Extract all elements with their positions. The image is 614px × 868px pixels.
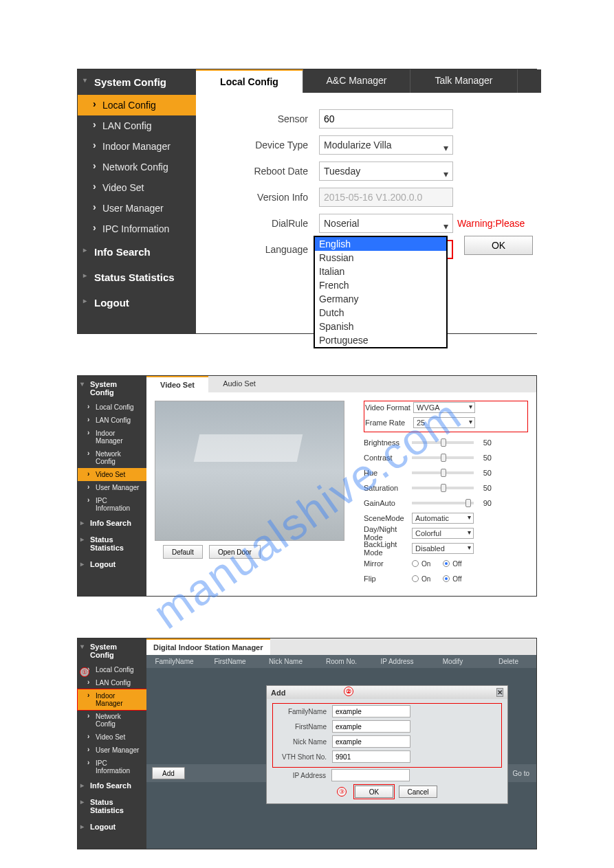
modal-cancel-button[interactable]: Cancel	[399, 786, 437, 798]
label-day-night: Day/Night Mode	[364, 525, 412, 542]
sidebar-item-video-set[interactable]: Video Set	[78, 177, 196, 198]
sidebar-item-network-config[interactable]: Network Config	[78, 710, 146, 731]
label-backlight: BackLight Mode	[364, 540, 412, 557]
value-brightness: 50	[478, 438, 492, 447]
sidebar-item-user-manager[interactable]: User Manager	[78, 744, 146, 757]
lang-option-dutch[interactable]: Dutch	[315, 306, 446, 320]
tab-digital-indoor[interactable]: Digital Indoor Station Manager	[146, 638, 270, 655]
sidebar-group-status-statistics[interactable]: Status Statistics	[78, 531, 146, 556]
sidebar: System Config Local Config LAN Config In…	[78, 69, 196, 333]
tab-audio-set[interactable]: Audio Set	[208, 376, 270, 392]
modal-title: Add	[271, 689, 285, 697]
sidebar-item-indoor-manager[interactable]: Indoor Manager	[78, 427, 146, 447]
lang-option-portuguese[interactable]: Portuguese	[315, 333, 446, 347]
sidebar-item-video-set[interactable]: Video Set	[78, 468, 146, 481]
value-gain-auto: 90	[478, 499, 492, 507]
label-hue: Hue	[364, 469, 412, 477]
input-sensor[interactable]	[319, 109, 453, 129]
select-device-type[interactable]: Modularize Villa	[319, 135, 453, 155]
sidebar-group-logout[interactable]: Logout	[78, 819, 146, 835]
input-ip-address[interactable]	[331, 769, 410, 781]
sidebar-group-logout[interactable]: Logout	[78, 290, 196, 315]
sidebar-group-system-config[interactable]: System Config	[78, 69, 196, 95]
sidebar-item-user-manager[interactable]: User Manager	[78, 198, 196, 219]
select-dial-rule[interactable]: Noserial	[319, 214, 453, 233]
tab-video-set[interactable]: Video Set	[146, 376, 208, 392]
lang-option-french[interactable]: French	[315, 278, 446, 292]
radio-flip-off[interactable]: Off	[443, 575, 461, 583]
value-contrast: 50	[478, 454, 492, 462]
sidebar-group-system-config[interactable]: System Config	[78, 638, 146, 663]
lang-option-italian[interactable]: Italian	[315, 265, 446, 278]
input-vth-short-no[interactable]	[332, 750, 410, 763]
sidebar-item-ipc-information[interactable]: IPC Information	[78, 494, 146, 515]
select-scene-mode[interactable]: Automatic	[412, 513, 474, 524]
sidebar-item-network-config[interactable]: Network Config	[78, 157, 196, 177]
default-button[interactable]: Default	[163, 545, 203, 559]
sidebar-item-lan-config[interactable]: LAN Config	[78, 115, 196, 136]
lang-option-english[interactable]: English	[315, 237, 446, 251]
radio-mirror-on[interactable]: On	[412, 560, 430, 568]
slider-hue[interactable]	[412, 471, 474, 474]
lang-option-spanish[interactable]: Spanish	[315, 320, 446, 333]
col-familyname: FamilyName	[146, 658, 202, 665]
label-vth-short-no: VTH Short No.	[274, 753, 332, 761]
sidebar-group-status-statistics[interactable]: Status Statistics	[78, 265, 196, 290]
slider-brightness[interactable]	[412, 441, 474, 444]
slider-saturation[interactable]	[412, 487, 474, 489]
sidebar-item-video-set[interactable]: Video Set	[78, 731, 146, 744]
sidebar-group-status-statistics[interactable]: Status Statistics	[78, 794, 146, 819]
lang-option-russian[interactable]: Russian	[315, 251, 446, 265]
radio-flip-on[interactable]: On	[412, 575, 430, 583]
sidebar-group-info-search[interactable]: Info Search	[78, 777, 146, 794]
col-delete: Delete	[481, 658, 536, 665]
sidebar-item-lan-config[interactable]: LAN Config	[78, 414, 146, 427]
col-modify: Modify	[425, 658, 481, 665]
sidebar-group-info-search[interactable]: Info Search	[78, 239, 196, 265]
label-reboot-date: Reboot Date	[212, 166, 319, 177]
label-brightness: Brightness	[364, 438, 412, 447]
sidebar-group-system-config[interactable]: System Config	[78, 376, 146, 401]
tab-local-config[interactable]: Local Config	[196, 69, 303, 93]
select-reboot-date[interactable]: Tuesday	[319, 162, 453, 181]
sidebar-item-user-manager[interactable]: User Manager	[78, 481, 146, 494]
sidebar-item-ipc-information[interactable]: IPC Information	[78, 757, 146, 777]
slider-gain-auto[interactable]	[412, 502, 474, 504]
sidebar-item-local-config[interactable]: Local Config	[78, 95, 196, 115]
sidebar-group-logout[interactable]: Logout	[78, 556, 146, 572]
label-firstname: FirstName	[274, 723, 332, 731]
sidebar-item-local-config[interactable]: Local Config	[78, 401, 146, 414]
pager-goto[interactable]: Go to	[513, 770, 529, 777]
ok-button[interactable]: OK	[464, 236, 533, 255]
sidebar-item-lan-config[interactable]: LAN Config	[78, 676, 146, 689]
select-day-night[interactable]: Colorful	[412, 528, 474, 539]
label-contrast: Contrast	[364, 454, 412, 462]
video-preview	[155, 401, 344, 541]
input-nickname[interactable]	[332, 735, 410, 748]
tab-talk-manager[interactable]: Talk Manager	[410, 69, 518, 93]
open-door-button[interactable]: Open Door	[209, 545, 261, 559]
label-mirror: Mirror	[364, 559, 412, 568]
sidebar-item-indoor-manager[interactable]: Indoor Manager	[78, 136, 196, 157]
radio-mirror-off[interactable]: Off	[443, 560, 461, 568]
warning-text: Warning:Please	[457, 218, 525, 229]
add-button[interactable]: Add	[152, 767, 185, 779]
select-backlight[interactable]: Disabled	[412, 543, 474, 554]
sidebar-item-network-config[interactable]: Network Config	[78, 447, 146, 468]
tab-ac-manager[interactable]: A&C Manager	[303, 69, 410, 93]
input-firstname[interactable]	[332, 720, 410, 733]
panel-video-set: System Config Local Config LAN Config In…	[77, 375, 537, 597]
slider-contrast[interactable]	[412, 456, 474, 459]
col-firstname: FirstName	[202, 658, 258, 665]
sidebar-item-indoor-manager[interactable]: Indoor Manager	[78, 689, 146, 710]
close-icon[interactable]: ✕	[496, 688, 503, 697]
sidebar-group-info-search[interactable]: Info Search	[78, 515, 146, 531]
lang-option-germany[interactable]: Germany	[315, 292, 446, 306]
label-frame-rate: Frame Rate	[365, 419, 413, 427]
select-video-format[interactable]: WVGA	[413, 402, 475, 413]
sidebar-item-ipc-information[interactable]: IPC Information	[78, 219, 196, 239]
modal-ok-button[interactable]: OK	[355, 786, 393, 798]
input-familyname[interactable]	[332, 705, 410, 717]
select-frame-rate[interactable]: 25	[413, 417, 475, 428]
language-dropdown[interactable]: English Russian Italian French Germany D…	[314, 236, 448, 348]
